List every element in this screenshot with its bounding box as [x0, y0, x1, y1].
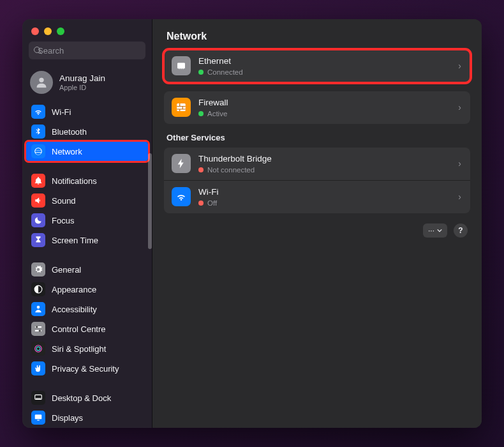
service-status: Active — [198, 110, 450, 117]
wifi-icon — [31, 105, 45, 119]
sidebar-item-general[interactable]: General — [26, 260, 148, 279]
moon-icon — [31, 213, 45, 227]
sidebar-item-notifications[interactable]: Notifications — [26, 171, 148, 190]
footer-actions: ··· ? — [164, 222, 470, 239]
sidebar-item-label: Sound — [52, 196, 76, 206]
switches-icon — [31, 322, 45, 336]
svg-point-2 — [37, 306, 40, 309]
service-row-body: FirewallActive — [198, 98, 450, 117]
sidebar-item-label: Displays — [52, 413, 83, 423]
sidebar-item-desktop-dock[interactable]: Desktop & Dock — [26, 388, 148, 407]
sidebar-item-displays[interactable]: Displays — [26, 408, 148, 427]
network-service-group-ethernet: EthernetConnected› — [164, 50, 470, 82]
bolt-icon — [172, 154, 191, 173]
service-status-text: Off — [207, 199, 217, 207]
dock-icon — [31, 391, 45, 405]
sidebar-item-screen-time[interactable]: Screen Time — [26, 231, 148, 250]
service-title: Firewall — [198, 98, 450, 109]
main-header: Network — [152, 19, 482, 50]
chevron-right-icon: › — [458, 102, 463, 112]
sidebar-item-label: Accessibility — [52, 305, 97, 314]
sidebar-item-siri-spotlight[interactable]: Siri & Spotlight — [26, 339, 148, 358]
sidebar-item-focus[interactable]: Focus — [26, 211, 148, 230]
hand-icon — [31, 361, 45, 375]
contrast-icon — [31, 282, 45, 296]
sidebar-item-wi-fi[interactable]: Wi-Fi — [26, 102, 148, 121]
svg-point-5 — [36, 326, 38, 328]
minimize-window-button[interactable] — [44, 27, 52, 35]
wifi-icon — [172, 187, 191, 206]
service-status: Connected — [198, 68, 450, 76]
ellipsis-icon: ··· — [428, 226, 434, 235]
status-dot-icon — [198, 111, 204, 116]
service-row-body: Wi-FiOff — [198, 187, 450, 207]
svg-rect-12 — [37, 420, 40, 421]
svg-point-6 — [39, 330, 41, 332]
sidebar-item-sound[interactable]: Sound — [26, 191, 148, 210]
sidebar-item-accessibility[interactable]: Accessibility — [26, 299, 148, 319]
settings-window: Anurag Jain Apple ID Wi-FiBluetoothNetwo… — [22, 19, 482, 428]
service-status-text: Connected — [207, 68, 243, 76]
chevron-right-icon: › — [458, 61, 463, 71]
ethernet-icon — [172, 56, 191, 75]
service-row-body: Thunderbolt BridgeNot connected — [198, 154, 450, 174]
main-panel: Network EthernetConnected› FirewallActiv… — [152, 19, 482, 428]
sidebar-item-label: Siri & Spotlight — [52, 344, 106, 354]
sidebar-item-label: Control Centre — [52, 324, 106, 334]
globe-icon — [31, 144, 45, 158]
service-status-text: Not connected — [207, 166, 255, 174]
account-name: Anurag Jain — [59, 73, 105, 84]
svg-point-7 — [35, 345, 42, 352]
more-menu-button[interactable]: ··· — [423, 224, 447, 238]
search-input[interactable] — [38, 46, 145, 56]
hourglass-icon — [31, 233, 45, 247]
search-field[interactable] — [29, 42, 145, 59]
sidebar-item-label: Bluetooth — [52, 127, 87, 137]
speaker-icon — [31, 193, 45, 208]
status-dot-icon — [198, 201, 204, 206]
service-status-text: Active — [207, 110, 227, 117]
sidebar-item-label: Privacy & Security — [52, 364, 119, 374]
sidebar: Anurag Jain Apple ID Wi-FiBluetoothNetwo… — [22, 19, 152, 428]
svg-rect-14 — [177, 103, 186, 111]
sidebar-item-appearance[interactable]: Appearance — [26, 280, 148, 299]
service-row-firewall[interactable]: FirewallActive› — [164, 91, 470, 124]
service-row-ethernet[interactable]: EthernetConnected› — [164, 50, 470, 82]
person-icon — [31, 302, 45, 316]
service-row-wi-fi[interactable]: Wi-FiOff› — [164, 180, 470, 213]
service-title: Thunderbolt Bridge — [198, 154, 450, 165]
gear-icon — [31, 262, 45, 277]
service-row-body: EthernetConnected — [198, 56, 450, 76]
sidebar-nav: Wi-FiBluetoothNetworkNotificationsSoundF… — [22, 102, 152, 428]
service-title: Wi-Fi — [198, 187, 450, 198]
bell-icon — [31, 174, 45, 188]
sidebar-item-label: Desktop & Dock — [52, 393, 111, 403]
sidebar-item-label: Screen Time — [52, 236, 98, 245]
other-services-group: Thunderbolt BridgeNot connected›Wi-FiOff… — [164, 148, 470, 213]
chevron-down-icon — [437, 228, 442, 233]
help-button[interactable]: ? — [454, 224, 468, 238]
sidebar-item-label: Notifications — [52, 176, 97, 186]
sidebar-scrollbar[interactable] — [148, 153, 152, 249]
sidebar-item-control-centre[interactable]: Control Centre — [26, 319, 148, 338]
page-title: Network — [167, 31, 468, 42]
apple-id-row[interactable]: Anurag Jain Apple ID — [22, 64, 152, 102]
bluetooth-icon — [31, 125, 45, 139]
siri-icon — [31, 342, 45, 356]
service-status: Off — [198, 199, 450, 207]
network-service-group-firewall: FirewallActive› — [164, 91, 470, 124]
svg-rect-13 — [177, 63, 185, 68]
sidebar-item-privacy-security[interactable]: Privacy & Security — [26, 359, 148, 378]
svg-rect-10 — [36, 398, 41, 399]
status-dot-icon — [198, 70, 204, 75]
avatar — [30, 71, 53, 94]
sidebar-item-bluetooth[interactable]: Bluetooth — [26, 122, 148, 141]
chevron-right-icon: › — [458, 158, 463, 169]
main-body: EthernetConnected› FirewallActive› Other… — [152, 50, 482, 239]
close-window-button[interactable] — [31, 27, 39, 35]
firewall-icon — [172, 98, 191, 117]
zoom-window-button[interactable] — [57, 27, 64, 35]
sidebar-item-network[interactable]: Network — [26, 142, 148, 161]
service-row-thunderbolt-bridge[interactable]: Thunderbolt BridgeNot connected› — [164, 148, 470, 180]
svg-rect-11 — [35, 414, 42, 419]
